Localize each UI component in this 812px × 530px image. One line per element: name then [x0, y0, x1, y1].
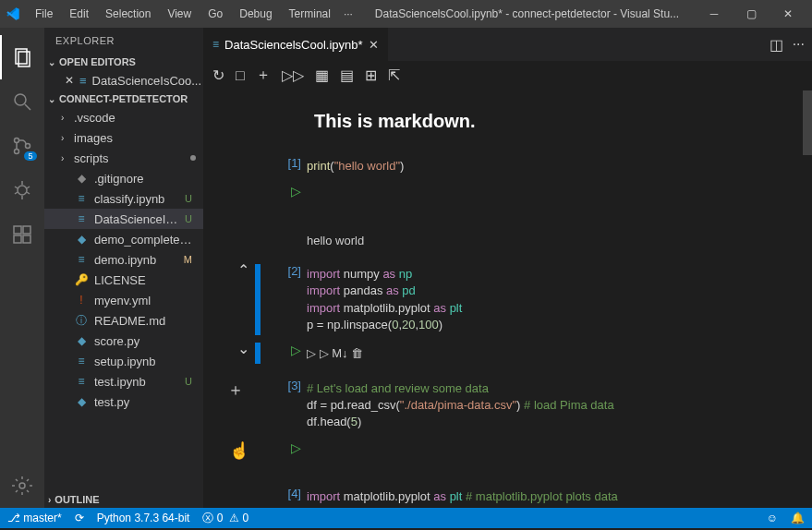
file-name: README.md: [94, 314, 196, 328]
status-problems[interactable]: ⓧ 0 ⚠ 0: [202, 511, 248, 526]
status-sync-icon[interactable]: ⟳: [75, 512, 84, 524]
split-editor-icon[interactable]: ◫: [770, 36, 783, 54]
scrollbar[interactable]: [803, 90, 812, 508]
git-status: U: [185, 193, 196, 204]
activity-scm[interactable]: 5: [0, 124, 44, 168]
tab-close-icon[interactable]: ✕: [369, 38, 379, 52]
toolbar-icon-1[interactable]: ▦: [315, 66, 329, 84]
restart-icon[interactable]: ↻: [212, 66, 224, 84]
menu-file[interactable]: File: [28, 4, 60, 24]
menu-debug[interactable]: Debug: [232, 4, 279, 24]
activity-search[interactable]: [0, 79, 44, 124]
minimize-button[interactable]: ─: [696, 0, 733, 28]
vscode-logo-icon: [6, 6, 20, 21]
run-cell-icon[interactable]: ▷: [291, 440, 301, 455]
code-content[interactable]: import numpy as np import pandas as pd i…: [307, 264, 794, 335]
svg-rect-16: [23, 235, 30, 243]
cell-prompt: [1]: [261, 156, 307, 176]
code-content[interactable]: print("hello world"): [307, 156, 794, 176]
file-name: test.ipynb: [94, 375, 179, 389]
status-notifications-icon[interactable]: 🔔: [791, 512, 805, 524]
chevron-right-icon: ›: [61, 153, 68, 163]
file-icon: ≡: [74, 375, 89, 388]
file-name: demo_completed.py: [94, 233, 196, 247]
notebook-body[interactable]: This is markdown. [1] print("hello world…: [203, 90, 812, 508]
code-content[interactable]: import matplotlib.pyplot as plt # matplo…: [307, 487, 794, 507]
folder-item[interactable]: ›.vscode: [44, 107, 203, 127]
status-feedback-icon[interactable]: ☺: [767, 512, 778, 524]
more-actions-icon[interactable]: ···: [793, 36, 805, 53]
cell-run-row: ⌄ ▷ ▷ ▷ M↓ 🗑: [203, 339, 812, 367]
file-item[interactable]: ≡classify.ipynbU: [44, 188, 203, 209]
file-item[interactable]: !myenv.yml: [44, 290, 203, 310]
status-branch[interactable]: ⎇ master*: [7, 512, 62, 524]
menu-view[interactable]: View: [160, 4, 199, 24]
file-item[interactable]: ◆score.py: [44, 331, 203, 351]
open-editors-label: OPEN EDITORS: [59, 56, 136, 67]
file-item[interactable]: ≡setup.ipynb: [44, 351, 203, 371]
outline-section[interactable]: ›OUTLINE: [44, 491, 203, 508]
run-cell-icon[interactable]: ▷: [291, 184, 301, 199]
folder-item[interactable]: ›images: [44, 127, 203, 148]
maximize-button[interactable]: ▢: [733, 0, 770, 28]
menu-selection[interactable]: Selection: [98, 4, 158, 24]
cell-prompt: [3]: [261, 379, 307, 433]
editor-tab[interactable]: ≡ DataSciencelsCool.ipynb* ✕: [203, 28, 389, 61]
collapse-down-icon[interactable]: ⌄: [237, 343, 249, 364]
close-button[interactable]: ✕: [770, 0, 806, 28]
file-item[interactable]: ◆.gitignore: [44, 168, 203, 188]
menu-edit[interactable]: Edit: [62, 4, 96, 24]
pointer-cursor-icon: ☝: [229, 440, 249, 461]
toolbar-icon-2[interactable]: ▤: [340, 66, 354, 84]
file-item[interactable]: ≡DataScienceIsCo...U: [44, 209, 203, 229]
file-item[interactable]: ◆demo_completed.py: [44, 229, 203, 249]
toolbar-icon-3[interactable]: ⊞: [365, 66, 377, 84]
svg-point-4: [15, 139, 19, 143]
open-editor-item[interactable]: ✕≡DataScienceIsCoo...: [44, 70, 203, 90]
stop-icon[interactable]: □: [236, 67, 245, 84]
titlebar: File Edit Selection View Go Debug Termin…: [0, 0, 812, 28]
open-editors-section[interactable]: ⌄OPEN EDITORS: [44, 54, 203, 70]
collapse-up-icon[interactable]: ⌃: [237, 264, 249, 335]
git-status: U: [185, 376, 196, 387]
code-cell-2[interactable]: ⌃ [2] import numpy as np import pandas a…: [203, 260, 812, 339]
menu-terminal[interactable]: Terminal: [282, 4, 338, 24]
file-icon: ⓘ: [74, 313, 89, 329]
code-content[interactable]: # Let's load and review some data df = p…: [307, 379, 794, 433]
svg-line-12: [15, 192, 18, 194]
file-name: LICENSE: [94, 273, 196, 287]
file-item[interactable]: ≡test.ipynbU: [44, 371, 203, 391]
git-status: M: [184, 254, 196, 265]
file-item[interactable]: ⓘREADME.md: [44, 310, 203, 331]
cell-output-1: hello world: [203, 202, 812, 260]
code-cell-4[interactable]: [4] import matplotlib.pyplot as plt # ma…: [203, 483, 812, 509]
add-cell-button[interactable]: ＋: [227, 379, 249, 433]
run-cell-icon[interactable]: ▷: [291, 343, 301, 357]
menu-overflow[interactable]: ···: [338, 4, 358, 24]
activity-settings[interactable]: [0, 464, 44, 508]
scrollbar-thumb[interactable]: [803, 90, 812, 155]
activity-explorer[interactable]: [0, 35, 44, 79]
file-item[interactable]: ≡demo.ipynbM: [44, 249, 203, 270]
svg-rect-17: [23, 226, 30, 234]
add-cell-row: [203, 367, 812, 375]
run-all-icon[interactable]: ▷▷: [282, 66, 304, 84]
status-python[interactable]: Python 3.7.3 64-bit: [97, 512, 190, 524]
markdown-cell[interactable]: This is markdown.: [203, 90, 812, 152]
activity-extensions[interactable]: [0, 212, 44, 257]
file-icon: !: [74, 294, 89, 307]
file-item[interactable]: 🔑LICENSE: [44, 270, 203, 290]
add-cell-icon[interactable]: ＋: [256, 66, 271, 85]
project-section[interactable]: ⌄CONNECT-PETDETECTOR: [44, 90, 203, 107]
svg-point-5: [15, 150, 19, 154]
file-icon: ≡: [74, 253, 89, 266]
code-cell-1[interactable]: [1] print("hello world"): [203, 152, 812, 180]
project-label: CONNECT-PETDETECTOR: [59, 93, 188, 104]
file-name: myenv.yml: [94, 294, 196, 307]
activity-debug[interactable]: [0, 168, 44, 212]
file-item[interactable]: ◆test.py: [44, 391, 203, 412]
menu-go[interactable]: Go: [200, 4, 230, 24]
folder-item[interactable]: ›scripts: [44, 148, 203, 168]
close-icon[interactable]: ✕: [65, 74, 74, 87]
toolbar-icon-4[interactable]: ⇱: [388, 66, 400, 84]
